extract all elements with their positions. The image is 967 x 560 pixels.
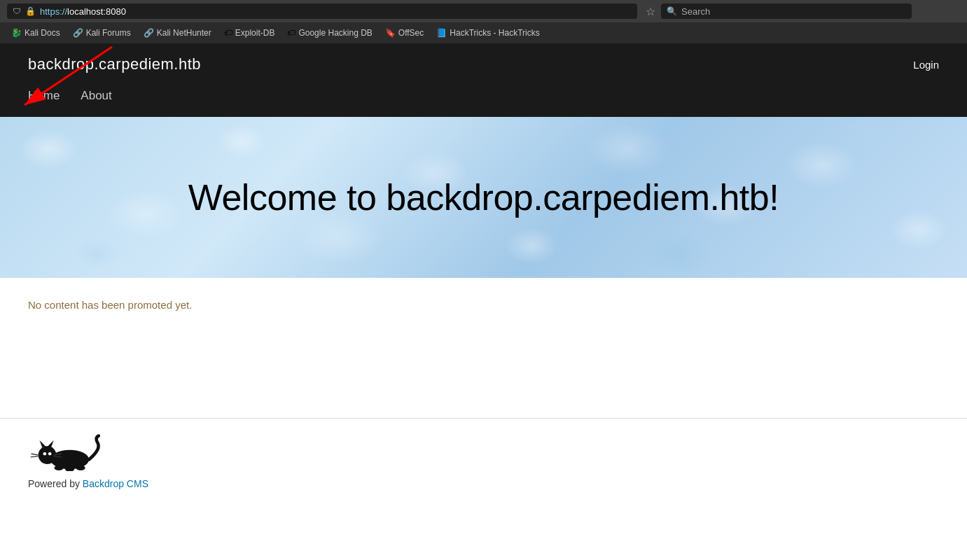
backdrop-cat-logo bbox=[28, 433, 105, 471]
bookmark-google-hacking[interactable]: 🏷 Google Hacking DB bbox=[281, 27, 377, 39]
site-navigation: Home About bbox=[0, 85, 967, 117]
bookmark-star-icon[interactable]: ☆ bbox=[646, 5, 655, 18]
google-hacking-icon: 🏷 bbox=[287, 28, 295, 38]
svg-marker-4 bbox=[40, 440, 46, 447]
footer-logo bbox=[28, 433, 105, 471]
footer-powered-by: Powered by Backdrop CMS bbox=[28, 478, 148, 489]
website-content: backdrop.carpediem.htb Login Home About … bbox=[0, 43, 967, 503]
bookmark-label: Exploit-DB bbox=[235, 28, 275, 38]
kali-nethunter-icon: 🔗 bbox=[144, 28, 154, 38]
bookmark-kali-nethunter[interactable]: 🔗 Kali NetHunter bbox=[138, 27, 217, 39]
svg-point-10 bbox=[76, 465, 85, 470]
shield-icon: 🛡 bbox=[13, 6, 21, 16]
login-link[interactable]: Login bbox=[913, 59, 939, 71]
svg-point-7 bbox=[48, 452, 52, 456]
search-input-label: Search bbox=[681, 6, 710, 17]
address-bar[interactable]: 🛡 🔒 https://localhost:8080 bbox=[7, 4, 637, 19]
bookmark-label: Kali Forums bbox=[86, 28, 131, 38]
bookmark-label: Google Hacking DB bbox=[298, 28, 372, 38]
lock-icon: 🔒 bbox=[25, 6, 36, 16]
bookmark-label: Kali Docs bbox=[25, 28, 60, 38]
offsec-icon: 🔖 bbox=[385, 28, 396, 38]
browser-toolbar: 🛡 🔒 https://localhost:8080 ☆ 🔍 Search bbox=[0, 0, 967, 22]
hacktricks-icon: 📘 bbox=[436, 28, 447, 38]
bookmark-label: HackTricks - HackTricks bbox=[450, 28, 539, 38]
bookmark-hacktricks[interactable]: 📘 HackTricks - HackTricks bbox=[431, 27, 545, 39]
main-content: No content has been promoted yet. bbox=[0, 278, 967, 418]
bookmark-offsec[interactable]: 🔖 OffSec bbox=[380, 27, 429, 39]
no-content-message: No content has been promoted yet. bbox=[28, 299, 939, 311]
nav-home[interactable]: Home bbox=[28, 85, 60, 106]
search-icon: 🔍 bbox=[667, 6, 677, 16]
kali-docs-icon: 🐉 bbox=[11, 28, 22, 38]
bookmark-label: OffSec bbox=[398, 28, 424, 38]
url-text: https://localhost:8080 bbox=[40, 6, 126, 17]
svg-line-14 bbox=[54, 456, 62, 457]
svg-point-3 bbox=[39, 446, 57, 464]
footer-cms-link[interactable]: Backdrop CMS bbox=[83, 478, 148, 489]
svg-line-11 bbox=[32, 454, 39, 455]
svg-point-8 bbox=[55, 465, 64, 470]
svg-point-6 bbox=[43, 452, 47, 456]
site-header: backdrop.carpediem.htb Login bbox=[0, 43, 967, 85]
exploit-db-icon: 🏷 bbox=[224, 28, 232, 38]
site-title: backdrop.carpediem.htb bbox=[28, 55, 201, 74]
svg-marker-5 bbox=[48, 440, 54, 447]
site-footer: Powered by Backdrop CMS bbox=[0, 418, 967, 503]
bookmark-exploit-db[interactable]: 🏷 Exploit-DB bbox=[218, 27, 281, 39]
bookmark-label: Kali NetHunter bbox=[157, 28, 211, 38]
bookmarks-bar: 🐉 Kali Docs 🔗 Kali Forums 🔗 Kali NetHunt… bbox=[0, 22, 967, 43]
hero-heading: Welcome to backdrop.carpediem.htb! bbox=[188, 176, 779, 218]
hero-banner: Welcome to backdrop.carpediem.htb! bbox=[0, 117, 967, 278]
browser-chrome: 🛡 🔒 https://localhost:8080 ☆ 🔍 Search 🐉 … bbox=[0, 0, 967, 43]
nav-about[interactable]: About bbox=[81, 85, 111, 106]
search-bar[interactable]: 🔍 Search bbox=[661, 4, 912, 19]
svg-line-12 bbox=[31, 456, 39, 457]
bookmark-kali-docs[interactable]: 🐉 Kali Docs bbox=[6, 27, 66, 39]
kali-forums-icon: 🔗 bbox=[73, 28, 83, 38]
bookmark-kali-forums[interactable]: 🔗 Kali Forums bbox=[67, 27, 137, 39]
